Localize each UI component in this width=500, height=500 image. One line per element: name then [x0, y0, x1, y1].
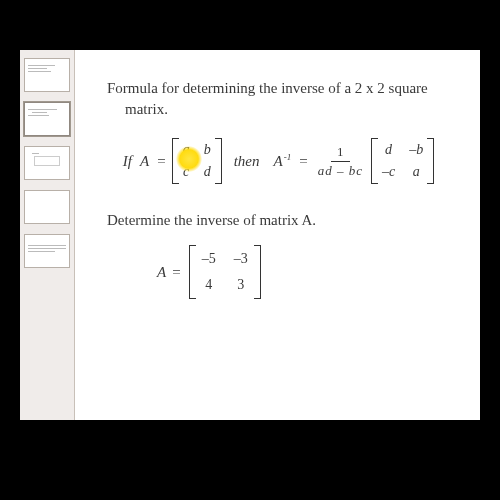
- title-line1: Formula for determining the inverse of a…: [107, 80, 428, 96]
- cell: –c: [382, 164, 395, 180]
- slide-thumbnail-panel: [20, 50, 75, 420]
- exercise-text: Determine the inverse of matrix A.: [107, 212, 448, 229]
- eq-text: =: [157, 153, 165, 170]
- cell: 4: [202, 277, 216, 293]
- cell: b: [204, 142, 211, 158]
- title-text: Formula for determining the inverse of a…: [107, 78, 448, 120]
- var-a: A: [140, 153, 149, 170]
- denominator: ad – bc: [316, 162, 365, 179]
- eq-text: =: [172, 264, 180, 281]
- cell: d: [382, 142, 395, 158]
- cell: a: [183, 142, 190, 158]
- slide-thumbnail[interactable]: [24, 234, 70, 268]
- cell: –b: [409, 142, 423, 158]
- formula: If A = a b c d then A-1 = 1 ad – bc: [107, 138, 448, 184]
- cell: a: [409, 164, 423, 180]
- cell: d: [204, 164, 211, 180]
- then-text: then: [234, 153, 260, 170]
- cell: –3: [234, 251, 248, 267]
- matrix-values: –5 –3 4 3: [189, 245, 261, 299]
- slide-content: Formula for determining the inverse of a…: [75, 50, 480, 420]
- title-line2: matrix.: [125, 101, 168, 117]
- slide-thumbnail[interactable]: [24, 58, 70, 92]
- matrix-definition: a b c d: [172, 138, 222, 184]
- if-text: If: [123, 153, 132, 170]
- matrix-adjugate: d –b –c a: [371, 138, 434, 184]
- var-a-inv: A-1: [274, 152, 292, 170]
- example-matrix: A = –5 –3 4 3: [157, 245, 448, 299]
- presentation-frame: Formula for determining the inverse of a…: [20, 50, 480, 420]
- fraction: 1 ad – bc: [316, 144, 365, 179]
- numerator: 1: [331, 144, 350, 162]
- slide-thumbnail[interactable]: [24, 102, 70, 136]
- slide-thumbnail[interactable]: [24, 146, 70, 180]
- slide-thumbnail[interactable]: [24, 190, 70, 224]
- cell: –5: [202, 251, 216, 267]
- cell: 3: [234, 277, 248, 293]
- var-a: A: [157, 264, 166, 281]
- cell: c: [183, 164, 190, 180]
- eq-text: =: [299, 153, 307, 170]
